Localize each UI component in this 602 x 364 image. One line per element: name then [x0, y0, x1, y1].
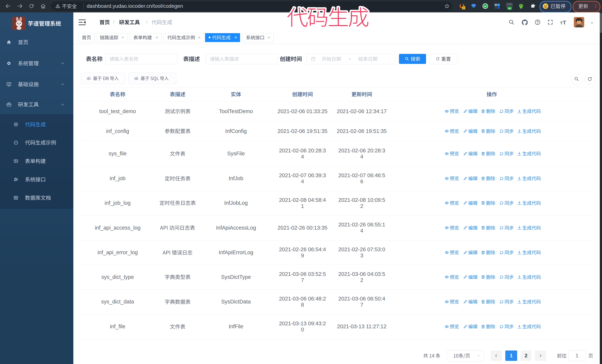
- svg-text:T: T: [563, 20, 566, 26]
- svg-text:1: 1: [463, 7, 464, 9]
- svg-text:on: on: [508, 7, 511, 10]
- svg-text:T: T: [560, 21, 563, 25]
